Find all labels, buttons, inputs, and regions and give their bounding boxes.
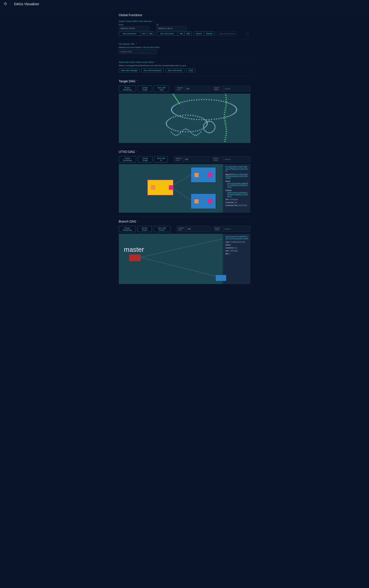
tangle-node[interactable] [201, 129, 202, 130]
tangle-node[interactable] [196, 119, 197, 120]
tangle-node[interactable] [185, 115, 186, 116]
tangle-node[interactable] [175, 116, 176, 117]
tangle-node[interactable] [203, 125, 204, 126]
tangle-node[interactable] [216, 118, 217, 120]
utxo-tx-node[interactable] [191, 167, 216, 182]
tangle-node[interactable] [205, 122, 206, 123]
tangle-node[interactable] [199, 129, 200, 130]
sync-message-button[interactable]: Sync with message [119, 68, 140, 73]
tangle-node[interactable] [167, 126, 168, 127]
tangle-node[interactable] [214, 100, 215, 101]
tangle-node[interactable] [207, 132, 208, 133]
tangle-search-input[interactable] [223, 86, 250, 92]
tangle-node[interactable] [200, 132, 201, 133]
tangle-node[interactable] [211, 132, 212, 133]
tangle-node[interactable] [208, 132, 209, 133]
tangle-node[interactable] [182, 117, 183, 118]
tangle-node[interactable] [170, 118, 171, 119]
tangle-node[interactable] [225, 95, 226, 96]
tangle-node[interactable] [197, 134, 198, 135]
from-minus30-button[interactable]: -30s [140, 32, 147, 36]
tangle-node[interactable] [214, 129, 215, 130]
tangle-node[interactable] [185, 129, 186, 130]
tangle-node[interactable] [196, 135, 197, 136]
tangle-node[interactable] [226, 129, 227, 130]
tangle-node[interactable] [214, 124, 215, 125]
tangle-node[interactable] [199, 133, 200, 134]
tangle-node[interactable] [191, 132, 192, 133]
branch-center-button[interactable]: Center Graph [137, 226, 152, 232]
time-render-button[interactable]: Render [204, 32, 215, 36]
tangle-node[interactable] [226, 105, 227, 105]
tangle-node[interactable] [208, 121, 209, 122]
tangle-node[interactable] [174, 134, 175, 135]
tangle-node[interactable] [221, 101, 222, 102]
tangle-node[interactable] [226, 131, 227, 132]
utxo-tx-node[interactable] [191, 194, 216, 209]
explorer-url-header[interactable]: Set explorer URL ⌃ [119, 43, 250, 45]
tangle-node[interactable] [173, 95, 174, 96]
tangle-node[interactable] [204, 99, 205, 100]
tangle-node[interactable] [188, 129, 189, 130]
tangle-node[interactable] [199, 117, 200, 118]
branch-pause-button[interactable]: Pause Rendering [119, 226, 136, 232]
tangle-pause-button[interactable]: Pause Rendering [119, 86, 136, 92]
utxo-graph-canvas[interactable] [119, 164, 223, 213]
tangle-node[interactable] [226, 99, 227, 100]
tangle-node[interactable] [176, 104, 177, 105]
tangle-node[interactable] [182, 115, 183, 116]
tangle-node[interactable] [189, 131, 190, 132]
tangle-node[interactable] [168, 119, 169, 120]
tangle-node[interactable] [225, 122, 226, 123]
tangle-node[interactable] [173, 117, 174, 118]
utxo-input-link[interactable]: kKoxv3Qs5j2MAaoqfBRKRDL11KBNKyrEZUZ26dyV… [226, 183, 248, 188]
tangle-node[interactable] [221, 118, 222, 119]
tangle-node[interactable] [195, 116, 196, 117]
time-search-button[interactable]: Search [194, 32, 204, 36]
tangle-node[interactable] [174, 105, 175, 106]
from-plus30-button[interactable]: +30s [147, 32, 154, 36]
tangle-node[interactable] [225, 135, 227, 136]
tangle-node[interactable] [226, 133, 227, 134]
tangle-node[interactable] [166, 122, 167, 123]
tangle-node[interactable] [228, 116, 229, 117]
tangle-node[interactable] [177, 101, 179, 102]
tangle-node[interactable] [205, 126, 206, 127]
tangle-node[interactable] [179, 116, 180, 117]
tangle-node[interactable] [207, 121, 208, 122]
utxo-vertices-limit-input[interactable] [183, 156, 210, 162]
tangle-node[interactable] [214, 119, 215, 120]
search-time-header[interactable]: Search Vertex Within Time Intervals ⌃ [119, 20, 250, 22]
tangle-node[interactable] [231, 114, 232, 116]
sync-transaction-button[interactable]: Sync with transaction [141, 68, 164, 73]
tangle-node[interactable] [166, 125, 167, 126]
tangle-node[interactable] [182, 102, 183, 103]
tangle-node[interactable] [193, 134, 194, 135]
tangle-node[interactable] [181, 116, 182, 117]
tangle-node[interactable] [174, 114, 175, 115]
tangle-node[interactable] [168, 127, 169, 128]
tangle-node[interactable] [216, 100, 217, 101]
tangle-node[interactable] [189, 118, 190, 119]
tangle-node[interactable] [166, 121, 167, 122]
tangle-node[interactable] [236, 108, 237, 109]
sync-branch-button[interactable]: Sync with branch [165, 68, 184, 73]
tangle-node[interactable] [201, 99, 202, 100]
tangle-dag-header[interactable]: Tangle DAG ⌃ [119, 80, 250, 83]
utxo-dag-header[interactable]: UTXO DAG ⌃ [119, 150, 250, 154]
tangle-node[interactable] [211, 99, 212, 101]
tangle-node[interactable] [213, 130, 214, 131]
tangle-node[interactable] [224, 118, 225, 119]
to-set-current-button[interactable]: Set current time [156, 32, 178, 36]
branch-search-input[interactable] [223, 226, 250, 232]
tangle-node[interactable] [193, 115, 194, 116]
tangle-node[interactable] [189, 100, 190, 101]
tangle-node[interactable] [225, 124, 226, 125]
tangle-node[interactable] [214, 125, 215, 126]
to-minus30-button[interactable]: -30s [178, 32, 184, 36]
tangle-node[interactable] [171, 117, 172, 118]
tangle-node[interactable] [233, 105, 234, 106]
tangle-node[interactable] [206, 119, 207, 120]
tangle-node[interactable] [203, 118, 204, 119]
tangle-node[interactable] [205, 130, 205, 131]
